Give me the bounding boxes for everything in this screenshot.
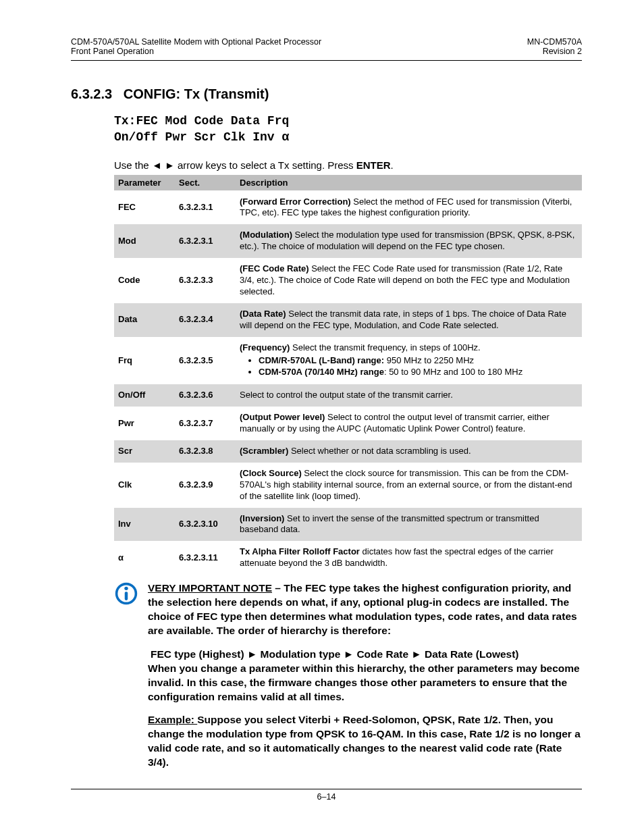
instruction-text: Use the ◄ ► arrow keys to select a Tx se… [114,159,582,171]
cell-desc: (Frequency) Select the transmit frequenc… [236,337,582,385]
cell-param: Data [114,303,175,337]
cell-desc: (Clock Source) Select the clock source f… [236,463,582,508]
th-description: Description [236,175,582,191]
table-row: On/Off6.3.2.3.6Select to control the out… [114,384,582,407]
header-left-line2: Front Panel Operation [71,47,321,56]
table-row: Frq6.3.2.3.5(Frequency) Select the trans… [114,337,582,385]
cell-sect: 6.3.2.3.8 [175,440,236,463]
cell-sect: 6.3.2.3.1 [175,224,236,258]
cell-sect: 6.3.2.3.6 [175,384,236,407]
page-header: CDM-570A/570AL Satellite Modem with Opti… [71,37,582,56]
cell-param: Frq [114,337,175,385]
cell-sect: 6.3.2.3.7 [175,407,236,440]
cell-desc: Tx Alpha Filter Rolloff Factor dictates … [236,541,582,575]
table-row: Clk6.3.2.3.9(Clock Source) Select the cl… [114,463,582,508]
arrow-keys-icon: ◄ ► [152,159,175,171]
lcd-line1: Tx:FEC Mod Code Data Frq [114,113,582,129]
cell-desc: (Modulation) Select the modulation type … [236,224,582,258]
cell-desc: (Output Power level) Select to control t… [236,407,582,440]
cell-sect: 6.3.2.3.4 [175,303,236,337]
cell-param: Scr [114,440,175,463]
note-paragraph-2: FEC type (Highest) ► Modulation type ► C… [148,648,582,704]
cell-sect: 6.3.2.3.1 [175,190,236,224]
note-label: VERY IMPORTANT NOTE [148,582,272,594]
header-rule [71,60,582,61]
table-row: Scr6.3.2.3.8(Scrambler) Select whether o… [114,440,582,463]
table-row: FEC6.3.2.3.1(Forward Error Correction) S… [114,190,582,224]
cell-sect: 6.3.2.3.11 [175,541,236,575]
cell-param: Mod [114,224,175,258]
lcd-line2: On/Off Pwr Scr Clk Inv α [114,129,582,145]
page-footer: 6–14 [71,789,582,802]
note-example-label: Example: [148,714,197,725]
table-row: α6.3.2.3.11Tx Alpha Filter Rolloff Facto… [114,541,582,575]
cell-param: Clk [114,463,175,508]
table-row: Inv6.3.2.3.10(Inversion) Set to invert t… [114,508,582,542]
cell-desc: (Forward Error Correction) Select the me… [236,190,582,224]
header-left-line1: CDM-570A/570AL Satellite Modem with Opti… [71,37,321,47]
parameter-table: Parameter Sect. Description FEC6.3.2.3.1… [114,175,582,575]
cell-desc: Select to control the output state of th… [236,384,582,407]
note-hierarchy: FEC type (Highest) ► Modulation type ► C… [151,648,519,660]
cell-param: FEC [114,190,175,224]
cell-desc: (Inversion) Set to invert the sense of t… [236,508,582,542]
svg-rect-1 [125,592,128,600]
note-paragraph-3: Example: Suppose you select Viterbi + Re… [148,713,582,770]
svg-point-2 [124,587,128,590]
cell-sect: 6.3.2.3.3 [175,258,236,303]
table-row: Mod6.3.2.3.1(Modulation) Select the modu… [114,224,582,258]
table-row: Data6.3.2.3.4(Data Rate) Select the tran… [114,303,582,337]
section-number: 6.3.2.3 [71,86,112,101]
cell-param: On/Off [114,384,175,407]
enter-key-label: ENTER [356,159,391,171]
cell-desc: (FEC Code Rate) Select the FEC Code Rate… [236,258,582,303]
cell-desc: (Data Rate) Select the transmit data rat… [236,303,582,337]
lcd-display: Tx:FEC Mod Code Data Frq On/Off Pwr Scr … [114,113,582,146]
cell-sect: 6.3.2.3.10 [175,508,236,542]
cell-param: Inv [114,508,175,542]
cell-sect: 6.3.2.3.9 [175,463,236,508]
cell-param: Code [114,258,175,303]
cell-sect: 6.3.2.3.5 [175,337,236,385]
cell-param: Pwr [114,407,175,440]
info-icon [114,581,138,779]
cell-desc: (Scrambler) Select whether or not data s… [236,440,582,463]
section-heading: 6.3.2.3 CONFIG: Tx (Transmit) [71,86,582,102]
th-parameter: Parameter [114,175,175,191]
section-title: CONFIG: Tx (Transmit) [124,86,269,101]
header-right-line2: Revision 2 [527,47,582,56]
cell-param: α [114,541,175,575]
page-number: 6–14 [317,792,336,802]
note-paragraph-1: VERY IMPORTANT NOTE – The FEC type takes… [148,581,582,638]
th-section: Sect. [175,175,236,191]
important-note: VERY IMPORTANT NOTE – The FEC type takes… [114,581,582,779]
header-right-line1: MN-CDM570A [527,37,582,47]
table-row: Pwr6.3.2.3.7(Output Power level) Select … [114,407,582,440]
table-row: Code6.3.2.3.3(FEC Code Rate) Select the … [114,258,582,303]
